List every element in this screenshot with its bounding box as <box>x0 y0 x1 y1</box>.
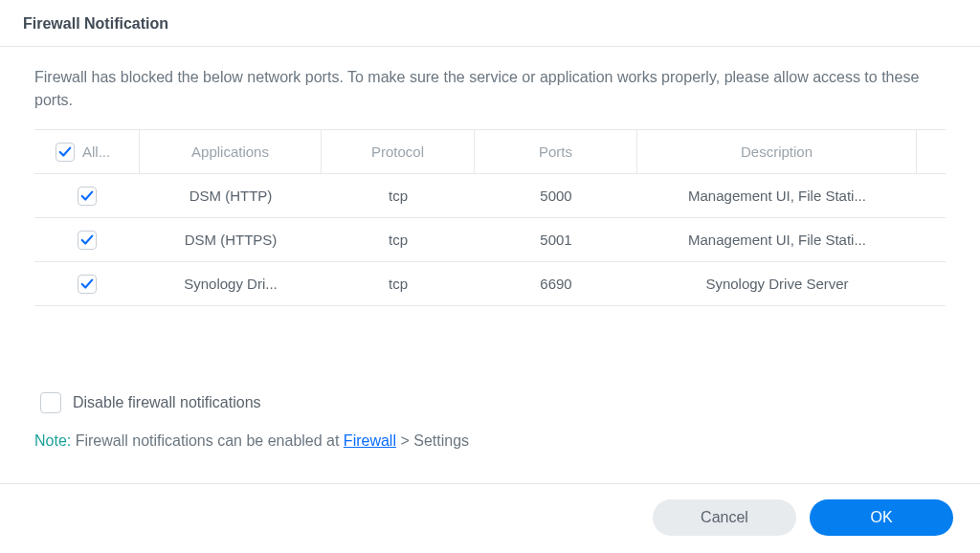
check-icon <box>80 189 94 203</box>
cell-application: DSM (HTTP) <box>189 188 273 204</box>
table-header-row: All... Applications Protocol Ports Descr… <box>34 130 946 174</box>
check-icon <box>80 277 94 291</box>
dialog-content: Firewall has blocked the below network p… <box>0 47 980 450</box>
cell-protocol: tcp <box>389 232 408 248</box>
cell-ports: 6690 <box>540 276 571 292</box>
cell-application: Synology Dri... <box>184 276 278 292</box>
check-icon <box>80 233 94 247</box>
disable-notifications-checkbox[interactable] <box>40 392 61 413</box>
row-checkbox[interactable] <box>78 187 97 206</box>
disable-notifications-row: Disable firewall notifications <box>34 392 946 413</box>
ok-button[interactable]: OK <box>810 499 953 536</box>
cell-application: DSM (HTTPS) <box>185 232 278 248</box>
cell-description: Synology Drive Server <box>705 276 848 292</box>
column-header-allow[interactable]: All... <box>34 130 140 173</box>
row-checkbox[interactable] <box>78 231 97 250</box>
cell-description: Management UI, File Stati... <box>688 188 866 204</box>
column-header-ports[interactable]: Ports <box>475 130 637 173</box>
column-header-description[interactable]: Description <box>637 130 917 173</box>
ports-table: All... Applications Protocol Ports Descr… <box>34 129 946 306</box>
table-row[interactable]: DSM (HTTPS) tcp 5001 Management UI, File… <box>34 218 946 262</box>
firewall-link[interactable]: Firewall <box>344 432 396 449</box>
check-icon <box>58 145 72 159</box>
table-row[interactable]: Synology Dri... tcp 6690 Synology Drive … <box>34 262 946 306</box>
table-row[interactable]: DSM (HTTP) tcp 5000 Management UI, File … <box>34 174 946 218</box>
column-header-spacer <box>917 130 946 173</box>
note-part1: Firewall notifications can be enabled at <box>71 432 344 449</box>
note-part2: > Settings <box>396 432 469 449</box>
cancel-button[interactable]: Cancel <box>653 499 796 536</box>
cell-protocol: tcp <box>389 276 408 292</box>
cell-ports: 5001 <box>540 232 571 248</box>
dialog-header: Firewall Notification <box>0 0 980 47</box>
disable-notifications-label[interactable]: Disable firewall notifications <box>73 394 261 411</box>
row-checkbox[interactable] <box>78 275 97 294</box>
dialog-title: Firewall Notification <box>23 15 957 33</box>
cell-description: Management UI, File Stati... <box>688 232 866 248</box>
select-all-checkbox[interactable] <box>56 143 75 162</box>
cell-ports: 5000 <box>540 188 571 204</box>
column-header-applications[interactable]: Applications <box>140 130 322 173</box>
cell-protocol: tcp <box>389 188 408 204</box>
dialog-footer: Cancel OK <box>0 483 980 553</box>
column-header-protocol[interactable]: Protocol <box>322 130 475 173</box>
note-text: Note: Firewall notifications can be enab… <box>34 432 946 450</box>
note-prefix: Note: <box>34 432 71 449</box>
intro-text: Firewall has blocked the below network p… <box>34 66 946 112</box>
allow-header-label: All... <box>82 144 110 160</box>
